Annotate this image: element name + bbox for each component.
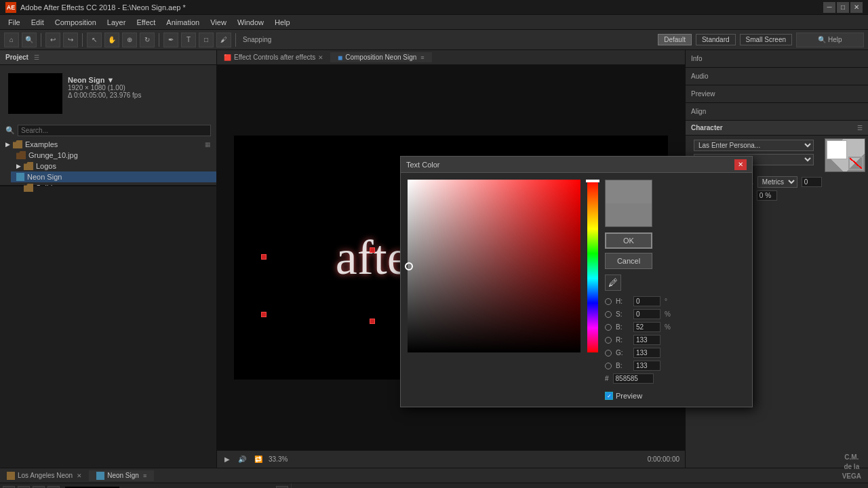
- project-preview-area: Neon Sign ▼ 1920 × 1080 (1.00) Δ 0:00:05…: [0, 65, 216, 122]
- undo-button[interactable]: ↩: [45, 33, 60, 47]
- workspace-standard[interactable]: Standard: [696, 34, 736, 45]
- menu-view[interactable]: View: [205, 17, 232, 28]
- menu-window[interactable]: Window: [232, 17, 269, 28]
- select-tool[interactable]: ↖: [87, 33, 102, 47]
- toolbar-separator-3: [159, 33, 159, 47]
- play-button[interactable]: ▶: [3, 486, 15, 489]
- project-search-bar[interactable]: 🔍: [3, 123, 214, 138]
- tracking-value-input[interactable]: [802, 177, 822, 187]
- info-title[interactable]: Info: [686, 53, 868, 64]
- file-logos[interactable]: ▶ Logos: [11, 161, 216, 171]
- home-button[interactable]: ⌂: [4, 33, 19, 47]
- saturation-input[interactable]: [633, 309, 660, 319]
- fill-swatch[interactable]: [827, 140, 847, 159]
- menu-composition[interactable]: Composition: [50, 17, 102, 28]
- loop-btn[interactable]: 🔁: [252, 455, 264, 464]
- align-title[interactable]: Align: [686, 106, 868, 117]
- timeline-tab-la[interactable]: Los Angeles Neon ✕: [0, 470, 90, 481]
- stop-button[interactable]: ⏹: [18, 486, 30, 489]
- project-panel-icon: ☰: [34, 54, 39, 61]
- dialog-close-button[interactable]: ✕: [734, 159, 747, 170]
- tab-label: Effect Controls after effects: [234, 54, 315, 61]
- saturation-label: S:: [616, 310, 629, 318]
- composition-tab[interactable]: ◼ Composition Neon Sign ≡: [331, 52, 431, 62]
- saturation-radio[interactable]: [605, 311, 612, 318]
- selection-handle-tl[interactable]: [261, 254, 267, 260]
- kerning-input[interactable]: [757, 190, 777, 201]
- timeline-controls: ▶ ⏹ ⏮ ⏭ 0:00:00:00 23.976 fps ⚙: [0, 483, 291, 488]
- file-name: Neon Sign: [27, 173, 62, 181]
- selection-handle-bm[interactable]: [370, 319, 375, 324]
- cancel-button[interactable]: Cancel: [605, 253, 652, 269]
- hue-slider[interactable]: [587, 180, 598, 352]
- green-input[interactable]: [633, 348, 660, 358]
- menu-animation[interactable]: Animation: [161, 17, 205, 28]
- audio-btn[interactable]: 🔊: [236, 455, 248, 464]
- file-grunge[interactable]: Grunge_10.jpg: [11, 150, 216, 161]
- file-examples[interactable]: ▶ Examples ▦: [0, 139, 216, 150]
- effect-controls-tab[interactable]: 🟥 Effect Controls after effects ✕: [217, 52, 331, 62]
- ok-button[interactable]: OK: [605, 232, 652, 249]
- tab-settings-icon: ≡: [420, 54, 424, 61]
- color-picker-dialog: Text Color ✕ OK Cancel 🖉: [400, 156, 753, 407]
- hex-row: #: [605, 373, 671, 384]
- menu-layer[interactable]: Layer: [102, 17, 132, 28]
- project-file-list: ▶ Examples ▦ Grunge_10.jpg ▶ Logos Neon …: [0, 139, 216, 193]
- red-radio[interactable]: [605, 337, 612, 344]
- green-radio[interactable]: [605, 350, 612, 357]
- workspace-default[interactable]: Default: [658, 34, 692, 45]
- selection-handle-tm[interactable]: [370, 247, 375, 253]
- font-name-select[interactable]: Las Enter Persona...: [694, 140, 814, 151]
- maximize-button[interactable]: □: [837, 2, 849, 13]
- menu-file[interactable]: File: [3, 17, 26, 28]
- zoom-tool[interactable]: ⊕: [122, 33, 137, 47]
- tracking-type-select[interactable]: Metrics: [757, 176, 797, 188]
- hand-tool[interactable]: ✋: [104, 33, 119, 47]
- audio-title[interactable]: Audio: [686, 70, 868, 82]
- menu-effect[interactable]: Effect: [131, 17, 161, 28]
- preview-title[interactable]: Preview: [686, 88, 868, 100]
- color-buttons: OK Cancel: [605, 232, 671, 269]
- search-help-button[interactable]: 🔍 Help: [796, 33, 864, 47]
- menu-edit[interactable]: Edit: [26, 17, 50, 28]
- hue-input[interactable]: [633, 296, 660, 306]
- paint-tool[interactable]: 🖌: [216, 33, 231, 47]
- last-frame-button[interactable]: ⏭: [47, 486, 60, 489]
- timeline-tab-ns[interactable]: Neon Sign ≡: [90, 470, 154, 481]
- brightness-input[interactable]: [633, 322, 660, 332]
- folder-icon: [13, 140, 22, 148]
- hex-input[interactable]: [613, 373, 654, 384]
- timeline-tab-bar: Los Angeles Neon ✕ Neon Sign ≡: [0, 468, 868, 483]
- text-tool[interactable]: T: [181, 33, 196, 47]
- hue-radio[interactable]: [605, 298, 612, 305]
- close-tab-icon[interactable]: ✕: [77, 472, 82, 479]
- rotate-tool[interactable]: ↻: [140, 33, 155, 47]
- settings-button[interactable]: ⚙: [276, 486, 288, 489]
- color-swatch[interactable]: [825, 138, 865, 172]
- title-bar-controls[interactable]: ─ □ ✕: [823, 2, 863, 13]
- project-search-input[interactable]: [18, 125, 211, 136]
- selection-handle-bl[interactable]: [261, 312, 267, 317]
- play-stop-btn[interactable]: ▶: [222, 455, 232, 464]
- eyedropper-button[interactable]: 🖉: [605, 274, 621, 291]
- workspace-small-screen[interactable]: Small Screen: [740, 34, 792, 45]
- preview-checkbox[interactable]: ✓: [605, 392, 613, 400]
- color-gradient-picker[interactable]: [408, 180, 580, 352]
- close-button[interactable]: ✕: [850, 2, 863, 13]
- blue-radio[interactable]: [605, 363, 612, 369]
- search-button[interactable]: 🔍: [22, 33, 37, 47]
- brightness-unit: %: [665, 323, 671, 331]
- file-neonsign[interactable]: Neon Sign: [11, 171, 216, 182]
- pen-tool[interactable]: ✒: [163, 33, 178, 47]
- red-input[interactable]: [633, 335, 660, 345]
- minimize-button[interactable]: ─: [823, 2, 835, 13]
- shape-tool[interactable]: □: [199, 33, 214, 47]
- brightness-radio[interactable]: [605, 324, 612, 331]
- blue-input[interactable]: [633, 361, 660, 371]
- timeline: Los Angeles Neon ✕ Neon Sign ≡ ▶ ⏹ ⏮ ⏭ 0…: [0, 468, 868, 488]
- menu-help[interactable]: Help: [269, 17, 296, 28]
- first-frame-button[interactable]: ⏮: [33, 486, 45, 489]
- stroke-swatch[interactable]: [848, 157, 863, 170]
- tab-close-icon[interactable]: ✕: [318, 54, 323, 61]
- redo-button[interactable]: ↪: [63, 33, 78, 47]
